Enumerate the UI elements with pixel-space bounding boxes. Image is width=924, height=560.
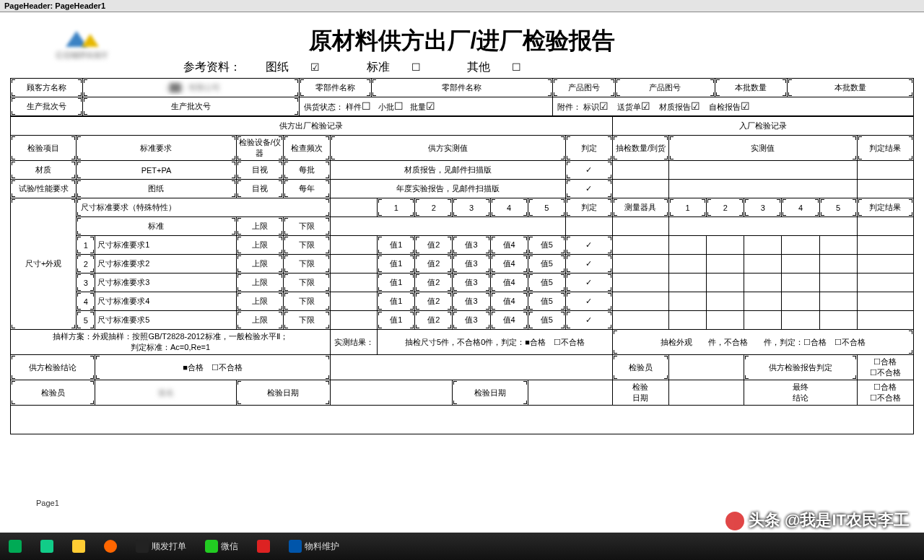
report-canvas: COMPANY 原材料供方出厂/进厂检验报告 参考资料： 图纸 标准 其他 顾客… xyxy=(0,12,924,510)
designer-section-header: PageHeader: PageHeader1 xyxy=(0,0,924,12)
company-logo: COMPANY xyxy=(17,24,147,67)
taskbar-browser[interactable] xyxy=(36,537,58,556)
dim-row: 1 尺寸标准要求1 上限 下限 值1 值2 值3 值4 值5 ✓ xyxy=(11,236,914,255)
dim-row: 4 尺寸标准要求4 上限 下限 值1 值2 值3 值4 值5 ✓ xyxy=(11,292,914,311)
watermark: 头条 @我是IT农民李工 xyxy=(725,509,910,531)
inspection-table: 供方出厂检验记录 入厂检验记录 检验项目 标准要求 检验设备/仪器 检查频次 供… xyxy=(10,116,914,434)
header-table: 顾客方名称 （██）有限公司 零部件名称 零部件名称 产品图号 产品图号 本批数… xyxy=(10,78,914,116)
dim-row: 3 尺寸标准要求3 上限 下限 值1 值2 值3 值4 值5 ✓ xyxy=(11,274,914,292)
taskbar-explorer[interactable] xyxy=(68,537,90,556)
taskbar-wechat[interactable]: 微信 xyxy=(201,537,243,556)
dim-row: 2 尺寸标准要求2 上限 下限 值1 值2 值3 值4 值5 ✓ xyxy=(11,255,914,274)
taskbar[interactable]: 顺发打单 微信 物料维护 xyxy=(0,533,924,560)
customer-label: 顾客方名称 xyxy=(11,79,83,97)
designer-page-label: Page1 xyxy=(36,499,59,507)
reference-row: 参考资料： 图纸 标准 其他 xyxy=(183,60,914,75)
taskbar-app-wps[interactable] xyxy=(253,537,274,556)
taskbar-app[interactable] xyxy=(100,537,121,556)
taskbar-start[interactable] xyxy=(4,537,26,556)
dim-row: 5 尺寸标准要求5 上限 下限 值1 值2 值3 值4 值5 ✓ xyxy=(11,311,914,330)
taskbar-app-shunfa[interactable]: 顺发打单 xyxy=(131,537,191,556)
taskbar-app-material[interactable]: 物料维护 xyxy=(284,537,344,556)
